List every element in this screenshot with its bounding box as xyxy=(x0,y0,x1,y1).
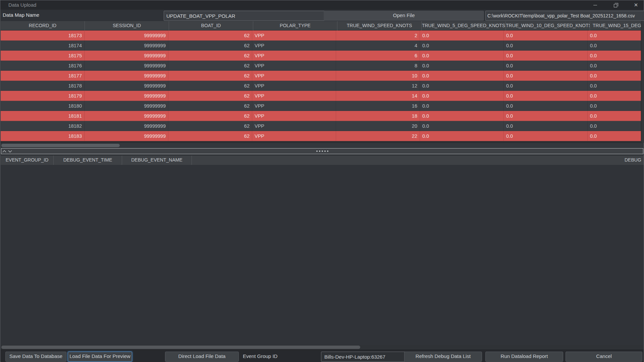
table-cell: 18173 xyxy=(1,31,85,41)
event-group-id-input[interactable] xyxy=(321,352,408,362)
table-row[interactable]: 181829999999962VPP200.00.00.0 xyxy=(1,121,641,131)
direct-load-button[interactable]: Direct Load File Data xyxy=(165,352,239,362)
data-map-name-input[interactable] xyxy=(164,11,326,21)
column-header-debug-event-name[interactable]: DEBUG_EVENT_NAME xyxy=(122,156,192,165)
table-cell: 18178 xyxy=(1,81,85,91)
load-preview-button[interactable]: Load File Data For Preview xyxy=(68,352,132,362)
table-cell: 0.0 xyxy=(504,71,588,81)
table-cell: 18180 xyxy=(1,101,85,111)
chevron-up-icon xyxy=(2,150,7,153)
close-icon: ✕ xyxy=(634,2,638,8)
column-header-true-wind-5-deg[interactable]: TRUE_WIND_5_DEG_SPEED_KNOTS xyxy=(422,21,506,31)
table-cell: 62 xyxy=(168,121,252,131)
table-cell: 62 xyxy=(168,91,252,101)
window-title: Data Upload xyxy=(8,2,36,8)
column-header-event-group-id[interactable]: EVENT_GROUP_ID xyxy=(1,156,54,165)
column-header-record-id[interactable]: RECORD_ID xyxy=(1,21,85,31)
table-cell: 16 xyxy=(336,101,420,111)
table-cell: 18179 xyxy=(1,91,85,101)
column-header-true-wind-10-deg[interactable]: TRUE_WIND_10_DEG_SPEED_KNOTS xyxy=(506,21,590,31)
table-cell: 0.0 xyxy=(588,81,641,91)
collapse-down-button[interactable] xyxy=(7,149,13,154)
column-header-session-id[interactable]: SESSION_ID xyxy=(85,21,169,31)
preview-horizontal-scrollbar[interactable] xyxy=(1,143,644,148)
save-data-button[interactable]: Save Data To Database xyxy=(5,352,66,362)
table-row[interactable]: 181809999999962VPP160.00.00.0 xyxy=(1,101,641,111)
maximize-restore-button[interactable] xyxy=(608,0,624,10)
table-cell: 0.0 xyxy=(504,91,588,101)
table-row[interactable]: 181739999999962VPP20.00.00.0 xyxy=(1,31,641,41)
table-cell: 99999999 xyxy=(85,111,168,121)
table-row[interactable]: 181839999999962VPP220.00.00.0 xyxy=(1,131,641,141)
table-cell: 0.0 xyxy=(588,131,641,141)
table-cell: 0.0 xyxy=(504,81,588,91)
column-header-boat-id[interactable]: BOAT_ID xyxy=(169,21,253,31)
table-cell: VPP xyxy=(252,61,336,71)
table-row[interactable]: 181819999999962VPP180.00.00.0 xyxy=(1,111,641,121)
table-cell: 0.0 xyxy=(420,121,504,131)
table-cell: 0.0 xyxy=(504,121,588,131)
bottom-action-bar: Save Data To Database Load File Data For… xyxy=(1,350,644,362)
table-cell: 8 xyxy=(336,61,420,71)
collapse-up-button[interactable] xyxy=(1,149,7,154)
preview-table-body: 181739999999962VPP20.00.00.0181749999999… xyxy=(1,31,641,141)
run-dataload-report-button[interactable]: Run Dataload Report xyxy=(485,352,563,362)
table-cell: 0.0 xyxy=(588,61,641,71)
table-cell: 0.0 xyxy=(420,71,504,81)
scrollbar-thumb[interactable] xyxy=(1,346,360,349)
debug-horizontal-scrollbar[interactable] xyxy=(1,345,644,350)
splitter-grip-dots-icon xyxy=(316,150,328,152)
table-cell: 62 xyxy=(168,81,252,91)
table-cell: VPP xyxy=(252,91,336,101)
table-cell: VPP xyxy=(252,41,336,51)
minimize-button[interactable] xyxy=(587,0,603,10)
table-cell: 18181 xyxy=(1,111,85,121)
scrollbar-thumb[interactable] xyxy=(1,144,120,147)
column-header-polar-type[interactable]: POLAR_TYPE xyxy=(253,21,337,31)
close-button[interactable]: ✕ xyxy=(628,0,644,10)
table-row[interactable]: 181759999999962VPP60.00.00.0 xyxy=(1,51,641,61)
table-cell: 18183 xyxy=(1,131,85,141)
table-cell: 99999999 xyxy=(85,51,168,61)
table-cell: 4 xyxy=(336,41,420,51)
table-row[interactable]: 181799999999962VPP140.00.00.0 xyxy=(1,91,641,101)
open-file-button[interactable]: Open File xyxy=(324,11,484,21)
column-header-true-wind-speed[interactable]: TRUE_WIND_SPEED_KNOTS xyxy=(337,21,422,31)
table-cell: 99999999 xyxy=(85,41,168,51)
restore-icon xyxy=(614,3,618,7)
table-cell: VPP xyxy=(252,131,336,141)
table-cell: 0.0 xyxy=(588,41,641,51)
table-cell: 99999999 xyxy=(85,131,168,141)
table-cell: 0.0 xyxy=(420,131,504,141)
cancel-button[interactable]: Cancel xyxy=(566,352,642,362)
table-cell: 0.0 xyxy=(504,51,588,61)
table-cell: 18175 xyxy=(1,51,85,61)
table-cell: 0.0 xyxy=(504,111,588,121)
toolbar: Data Map Name Open File xyxy=(1,10,644,21)
table-row[interactable]: 181779999999962VPP100.00.00.0 xyxy=(1,71,641,81)
table-cell: 0.0 xyxy=(588,111,641,121)
column-header-debug[interactable]: DEBUG xyxy=(625,156,644,165)
table-cell: 10 xyxy=(336,71,420,81)
table-cell: 0.0 xyxy=(588,31,641,41)
table-cell: 0.0 xyxy=(588,101,641,111)
split-pane-divider[interactable] xyxy=(1,148,643,154)
table-cell: 20 xyxy=(336,121,420,131)
table-cell: 99999999 xyxy=(85,91,168,101)
table-row[interactable]: 181769999999962VPP80.00.00.0 xyxy=(1,61,641,71)
column-header-true-wind-15-deg[interactable]: TRUE_WIND_15_DEG_ xyxy=(590,21,644,31)
column-header-debug-event-time[interactable]: DEBUG_EVENT_TIME xyxy=(54,156,122,165)
table-cell: VPP xyxy=(252,81,336,91)
table-cell: 0.0 xyxy=(420,111,504,121)
table-cell: 14 xyxy=(336,91,420,101)
table-cell: 18182 xyxy=(1,121,85,131)
table-row[interactable]: 181749999999962VPP40.00.00.0 xyxy=(1,41,641,51)
table-cell: 0.0 xyxy=(588,121,641,131)
table-row[interactable]: 181789999999962VPP120.00.00.0 xyxy=(1,81,641,91)
file-path-input[interactable] xyxy=(485,11,644,21)
table-cell: 62 xyxy=(168,101,252,111)
table-cell: 18174 xyxy=(1,41,85,51)
table-cell: 62 xyxy=(168,111,252,121)
refresh-debug-list-button[interactable]: Refresh Debug Data List xyxy=(404,352,482,362)
chevron-down-icon xyxy=(8,150,12,153)
